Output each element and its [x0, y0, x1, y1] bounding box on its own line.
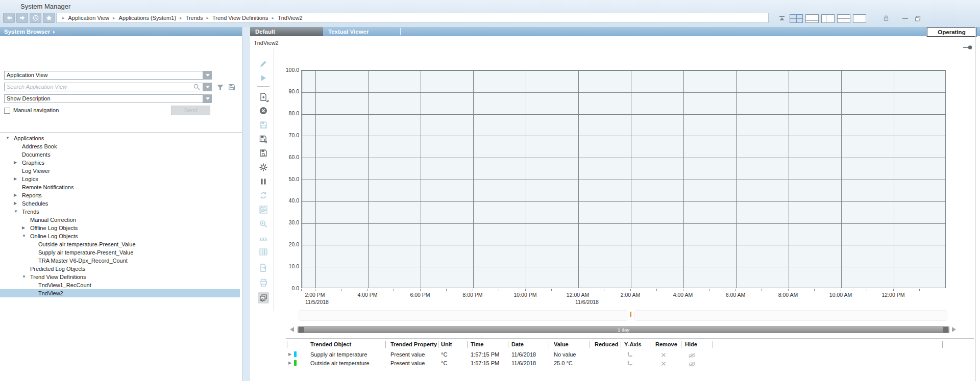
scroll-right-icon[interactable]: [952, 327, 956, 332]
zoom-icon[interactable]: [258, 218, 269, 230]
x-axis-label: 2:00 AM: [614, 292, 647, 298]
browser-menu-chevron-icon[interactable]: [53, 31, 55, 34]
panel-splitter[interactable]: [242, 27, 250, 381]
breadcrumb-item[interactable]: Application View: [59, 15, 109, 21]
tree-expander-icon[interactable]: ▶: [14, 159, 20, 167]
search-icon[interactable]: [193, 83, 201, 92]
search-dropdown-icon[interactable]: [203, 83, 212, 91]
save-search-icon[interactable]: [228, 83, 236, 92]
breadcrumb-item[interactable]: Trends: [176, 15, 203, 21]
breadcrumb-item[interactable]: Applications (System1): [109, 15, 176, 21]
time-scrollbar[interactable]: 1 day: [298, 326, 949, 333]
tree-item[interactable]: TndView1_RecCount: [0, 281, 240, 289]
tree-item-label: Online Log Objects: [30, 232, 78, 240]
table-header-cell[interactable]: Time: [471, 341, 506, 347]
save-default-icon[interactable]: [258, 147, 269, 159]
recent-history-icon[interactable]: [30, 13, 41, 23]
time-window-label: 1 day: [298, 327, 949, 333]
y-axis-assign-icon[interactable]: [627, 360, 633, 368]
breadcrumb-item[interactable]: Trend View Definitions: [203, 15, 268, 21]
filter-icon[interactable]: [216, 84, 224, 92]
tree-item[interactable]: ▼ Trends: [0, 208, 240, 216]
tree-item[interactable]: Documents: [0, 150, 240, 159]
tab-default[interactable]: Default: [250, 27, 323, 36]
view-selector-dropdown-icon[interactable]: [203, 71, 212, 80]
table-header-cell[interactable]: Trended Object: [310, 341, 382, 347]
tree-expander-icon[interactable]: ▶: [14, 191, 20, 199]
tree-item[interactable]: Address Book: [0, 142, 240, 150]
new-document-icon[interactable]: [258, 91, 269, 103]
pause-icon[interactable]: [258, 176, 269, 187]
table-header-cell[interactable]: Date: [511, 341, 547, 347]
table-header-cell[interactable]: Unit: [441, 341, 465, 347]
view-selector[interactable]: Application View: [4, 71, 203, 80]
cancel-icon[interactable]: [258, 105, 269, 116]
tree-expander-icon[interactable]: ▼: [14, 208, 20, 216]
tree-expander-icon[interactable]: ▼: [22, 232, 28, 240]
description-selector[interactable]: Show Description: [4, 94, 203, 103]
refresh-icon[interactable]: [258, 190, 269, 201]
trend-object-settings-icon[interactable]: [258, 292, 269, 303]
tree-item[interactable]: ▶ Reports: [0, 191, 240, 199]
table-header-cell[interactable]: Value: [554, 341, 587, 347]
forward-button[interactable]: [16, 13, 28, 23]
save-as-icon[interactable]: [258, 134, 269, 145]
remove-icon[interactable]: [661, 360, 666, 368]
send-button[interactable]: Send: [171, 106, 210, 115]
table-header-cell[interactable]: Trended Property: [390, 341, 437, 347]
tree-item[interactable]: ▶ Graphics: [0, 159, 240, 167]
grid-view-icon[interactable]: [258, 246, 269, 258]
save-icon[interactable]: [258, 119, 269, 131]
tree-expander-icon[interactable]: ▶: [22, 224, 28, 232]
time-range-strip-left[interactable]: [299, 310, 628, 321]
axes-scale-icon[interactable]: [258, 232, 269, 243]
tree-item-label: Offline Log Objects: [30, 224, 78, 232]
settings-gear-icon[interactable]: [258, 162, 269, 173]
tree-item[interactable]: Outside air temperature-Present_Value: [0, 240, 240, 248]
tree-expander-icon[interactable]: ▼: [6, 134, 12, 142]
tree-expander-icon[interactable]: ▶: [14, 175, 20, 183]
description-selector-dropdown-icon[interactable]: [203, 94, 212, 103]
tree-item[interactable]: Predicted Log Objects: [0, 265, 240, 273]
tree-item[interactable]: Supply air temperature-Present_Value: [0, 248, 240, 257]
trend-chart-plot-area[interactable]: [301, 70, 946, 288]
row-expander-icon[interactable]: ▶: [288, 359, 291, 367]
export-icon[interactable]: [258, 262, 269, 273]
back-button[interactable]: [3, 13, 15, 23]
play-icon[interactable]: [258, 72, 269, 84]
tree-item[interactable]: Manual Correction: [0, 216, 240, 224]
table-header-cell[interactable]: Y-Axis: [624, 341, 648, 347]
pin-panel-icon[interactable]: [963, 45, 973, 51]
y-axis-label: 60.0: [278, 154, 299, 160]
tree-expander-icon[interactable]: ▶: [14, 199, 20, 208]
time-range-strip-right[interactable]: [634, 310, 947, 321]
operating-mode-button[interactable]: Operating: [927, 28, 976, 37]
search-input[interactable]: Search Application View: [4, 83, 203, 91]
tree-item[interactable]: Remote Notifications: [0, 183, 240, 191]
tree-item[interactable]: ▶ Logics: [0, 175, 240, 183]
tree-item[interactable]: TRA Master V6-Dpx_Record_Count: [0, 257, 240, 265]
print-icon[interactable]: [258, 277, 269, 288]
manual-navigation-checkbox[interactable]: [4, 108, 10, 114]
tree-item[interactable]: ▼ Online Log Objects: [0, 232, 240, 240]
scroll-left-icon[interactable]: [290, 327, 294, 332]
table-row[interactable]: ▶ Outside air temperature Present value …: [0, 359, 980, 367]
tree-item[interactable]: TndView2: [0, 289, 240, 297]
table-header-cell[interactable]: Hide: [685, 341, 710, 347]
tree-item[interactable]: ▼ Trend View Definitions: [0, 273, 240, 281]
table-row[interactable]: ▶ Supply air temperature Present value °…: [0, 350, 980, 359]
tree-item[interactable]: ▼ Applications: [0, 134, 240, 142]
table-header-cell[interactable]: Remove: [655, 341, 680, 347]
table-header-cell[interactable]: Reduced: [595, 341, 619, 347]
compare-trends-icon[interactable]: [258, 204, 269, 215]
row-expander-icon[interactable]: ▶: [288, 350, 291, 359]
tab-textual-viewer[interactable]: Textual Viewer: [323, 27, 390, 36]
breadcrumb-item[interactable]: TndView2: [268, 15, 302, 21]
hide-series-icon[interactable]: [688, 361, 696, 369]
tree-expander-icon[interactable]: ▼: [22, 273, 28, 281]
favorites-star-icon[interactable]: [43, 13, 55, 23]
edit-pen-icon[interactable]: [258, 58, 269, 69]
tree-item[interactable]: Log Viewer: [0, 167, 240, 175]
tree-item[interactable]: ▶ Offline Log Objects: [0, 224, 240, 232]
tree-item[interactable]: ▶ Schedules: [0, 199, 240, 208]
